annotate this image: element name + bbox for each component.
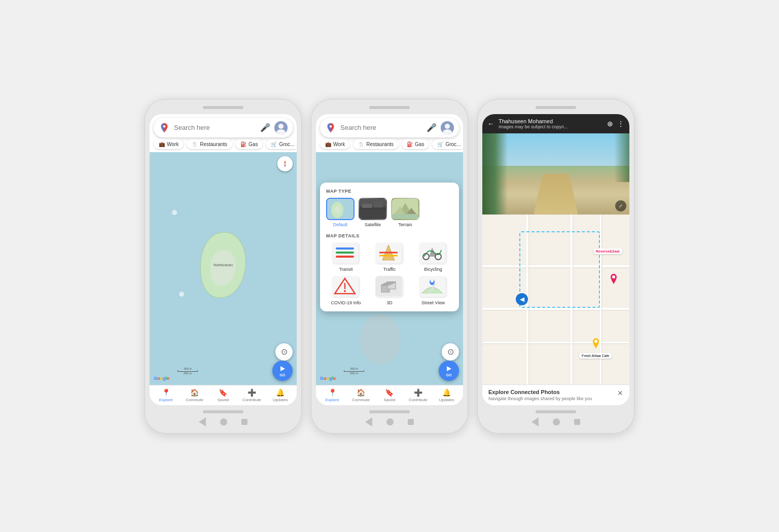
search-bar-1[interactable]: Search here 🎤 [154,118,293,137]
nav-explore-2[interactable]: 📍 Explore [322,388,342,402]
phone-bottom-bar-2 [369,410,410,413]
nav-recents-2[interactable] [408,419,414,425]
sv-trees-left [482,133,508,215]
map-type-default[interactable]: Default [326,198,355,227]
nav-contribute-1[interactable]: ➕ Contribute [241,388,262,402]
back-btn-3[interactable]: ← [487,120,494,128]
road-v3 [600,215,601,384]
phone-screen-2: Search here 🎤 💼 Work 🍴 Restaurants ⛽ [316,114,463,405]
chip-work-1[interactable]: 💼 Work [154,139,184,149]
nav-saved-1[interactable]: 🔖 Saved [213,388,233,402]
chip-grocery-2[interactable]: 🛒 Groc... [432,139,463,149]
commute-icon-2: 🏠 [357,388,365,397]
chip-work-2[interactable]: 💼 Work [320,139,350,149]
contribute-icon-2: ➕ [414,388,422,397]
location-btn-1[interactable]: ⊙ [275,343,293,361]
nav-back-2[interactable] [365,417,372,427]
bottom-nav-1: 📍 Explore 🏠 Commute 🔖 Saved ➕ Contribute… [150,385,297,405]
nav-recents-1[interactable] [241,419,247,425]
updates-icon-2: 🔔 [442,388,451,397]
water-dot-1 [172,210,177,215]
saved-icon-1: 🔖 [219,388,227,397]
commute-label-2: Commute [352,398,370,402]
nav-commute-2[interactable]: 🏠 Commute [351,388,371,402]
map-thumb-default [326,198,355,220]
filter-chips-2: 💼 Work 🍴 Restaurants ⛽ Gas 🛒 Groc... [316,139,463,152]
sv-more-icon[interactable]: ⋮ [617,120,624,128]
location-btn-2[interactable]: ⊙ [442,343,459,361]
gas-icon-2: ⛽ [407,141,413,147]
compass-btn-1[interactable] [277,156,293,171]
detail-transit[interactable]: Transit [326,242,366,272]
map-area-2[interactable]: MAP TYPE Default [316,152,463,385]
svg-marker-6 [280,366,285,371]
nav-back-3[interactable] [532,417,539,427]
svg-rect-15 [360,206,386,219]
nav-home-3[interactable] [553,418,560,425]
chip-restaurants-1[interactable]: 🍴 Restaurants [187,139,232,149]
map-type-default-label: Default [333,222,348,227]
go-btn-1[interactable]: GO [272,361,293,381]
svg-rect-16 [362,204,372,208]
nav-recents-3[interactable] [574,419,580,425]
svg-point-7 [330,125,332,127]
map-type-satellite[interactable]: Satellite [359,198,387,227]
sv-path [534,174,578,215]
go-btn-2[interactable]: GO [439,361,459,381]
detail-street-view[interactable]: Street View [413,276,453,305]
sv-compass-icon[interactable]: ⊕ [607,120,613,128]
nav-updates-1[interactable]: 🔔 Updates [270,388,291,402]
updates-label-1: Updates [273,398,288,402]
avatar-2[interactable] [441,121,454,134]
map-area-3[interactable]: ◀ Reverse&Saai Fresh Ahlaa Cafe [482,215,629,384]
search-placeholder-1: Search here [174,124,256,131]
nav-home-1[interactable] [220,418,227,425]
detail-3d[interactable]: 3D [370,276,409,305]
nav-home-2[interactable] [386,418,394,425]
chip-gas-1[interactable]: ⛽ Gas [235,139,263,149]
scale-bar-2: 500 ft 200 m [344,367,364,375]
chip-restaurants-2[interactable]: 🍴 Restaurants [353,139,399,149]
mic-icon-2[interactable]: 🎤 [427,123,437,132]
svg-marker-5 [284,164,286,167]
phone-nav-1 [199,417,247,427]
explore-close-btn[interactable]: ✕ [617,389,623,397]
map-area-1[interactable]: Noihivaran ⊙ GO Google 500 ft [150,152,297,385]
chip-gas-2[interactable]: ⛽ Gas [402,139,429,149]
phone-screen-3: ← Thahuseen Mohamed Images may be subjec… [482,114,629,405]
nav-back-1[interactable] [199,417,206,427]
map-type-terrain[interactable]: Terrain [391,198,419,227]
map-type-panel: MAP TYPE Default [320,183,459,311]
street-view-label: Street View [421,300,445,305]
chip-restaurants-label-2: Restaurants [366,141,394,147]
map-details-grid: Transit [326,242,453,305]
explore-icon-1: 📍 [162,388,170,397]
label-fresh-ahlaa: Fresh Ahlaa Cafe [579,353,612,359]
street-view-header: ← Thahuseen Mohamed Images may be subjec… [482,114,629,133]
route-path [519,231,600,308]
nav-contribute-2[interactable]: ➕ Contribute [408,388,428,402]
avatar-1[interactable] [274,121,288,134]
detail-bicycling[interactable]: Bicycling [413,242,453,272]
expand-btn-3[interactable]: ⤢ [615,200,626,211]
google-maps-logo-1 [159,122,170,133]
nav-commute-1[interactable]: 🏠 Commute [185,388,205,402]
nav-updates-2[interactable]: 🔔 Updates [437,388,457,402]
map-type-satellite-label: Satellite [365,222,381,227]
road-h3 [482,342,629,343]
bicycling-label: Bicycling [424,267,442,272]
nav-saved-2[interactable]: 🔖 Saved [379,388,400,402]
sv-actions: ⊕ ⋮ [607,120,624,128]
contribute-label-2: Contribute [409,398,428,402]
sv-trees-right [614,133,629,182]
island-label-1: Noihivaran [214,263,233,267]
detail-covid[interactable]: COVID-19 Info [326,276,366,305]
explore-photos-banner: Explore Connected Photos Navigate throug… [482,384,629,405]
search-bar-2[interactable]: Search here 🎤 [320,118,459,137]
chip-gas-label-1: Gas [249,141,258,147]
detail-traffic[interactable]: Traffic [370,242,409,272]
mic-icon-1[interactable]: 🎤 [260,123,270,132]
chip-grocery-1[interactable]: 🛒 Groc... [266,139,297,149]
nav-explore-1[interactable]: 📍 Explore [156,388,176,402]
phone-nav-3 [532,417,580,427]
